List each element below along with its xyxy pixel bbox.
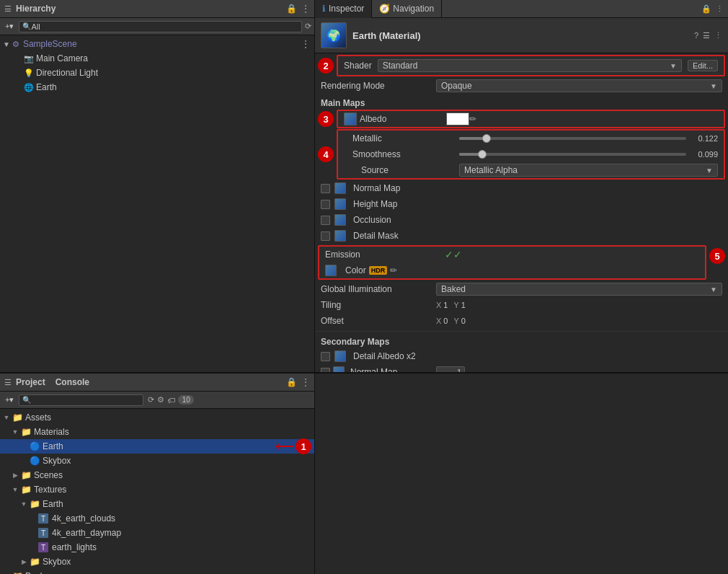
detail-mask-checkbox[interactable] <box>321 231 330 241</box>
albedo-color-swatch[interactable] <box>446 112 469 125</box>
project-tab-label[interactable]: Project <box>16 377 45 387</box>
detail-mask-row: Detail Mask <box>315 228 728 244</box>
scenes-folder-icon: 📁 <box>21 470 32 480</box>
project-menu-icon[interactable]: ⋮ <box>301 377 310 387</box>
project-tag-icon[interactable]: 🏷 <box>167 396 175 405</box>
navigation-tab-icon: 🧭 <box>379 4 390 14</box>
metallic-thumb[interactable] <box>482 134 491 143</box>
hdr-badge[interactable]: HDR <box>369 266 388 275</box>
albedo-texture-icon <box>344 112 357 125</box>
earth-material-item[interactable]: 🔵 Earth <box>0 439 314 454</box>
help-icon[interactable]: ? <box>694 31 698 40</box>
directional-light-item[interactable]: 💡 Directional Light <box>0 66 314 80</box>
rendering-mode-dropdown[interactable]: Opaque ▼ <box>436 79 722 92</box>
step2-badge: 2 <box>318 58 334 74</box>
metallic-slider-track[interactable] <box>459 137 686 140</box>
navigation-tab-label: Navigation <box>393 4 434 14</box>
earth-texture-folder[interactable]: ▼ 📁 Earth <box>0 497 314 511</box>
lock-icon-inspector[interactable]: 🔒 <box>701 4 711 14</box>
edit-button[interactable]: Edit... <box>688 60 718 71</box>
skybox-material-icon: 🔵 <box>30 456 40 466</box>
scene-menu-icon[interactable]: ⋮ <box>301 39 310 49</box>
smoothness-thumb[interactable] <box>478 150 487 159</box>
inspector-panel: ℹ Inspector 🧭 Navigation 🔒 ⋮ 🌍 Earth (Ma… <box>315 0 728 372</box>
hierarchy-search[interactable]: 🔍 <box>19 21 302 32</box>
inspector-menu-icon[interactable]: ⋮ <box>716 4 724 14</box>
lock-icon: 🔒 <box>286 4 297 14</box>
refresh-icon[interactable]: ⟳ <box>305 22 311 31</box>
emission-header-row: Emission ✓ <box>319 247 705 262</box>
project-panel: ☰ Project Console 🔒 ⋮ +▾ 🔍 ⟳ ⚙ 🏷 10 ▼ 📁 <box>0 374 315 574</box>
rendering-mode-label: Rendering Mode <box>321 81 436 91</box>
daymap-texture-item[interactable]: T 4k_earth_daymap <box>0 526 314 540</box>
detail-albedo-row: Detail Albedo x2 <box>315 348 728 364</box>
color-picker-icon[interactable]: ✏ <box>469 114 476 124</box>
scene-icon: ⚙ <box>12 40 19 49</box>
main-maps-label: Main Maps <box>321 98 365 108</box>
add-button[interactable]: +▾ <box>3 21 16 32</box>
navigation-tab[interactable]: 🧭 Navigation <box>372 0 442 18</box>
project-refresh-icon[interactable]: ⟳ <box>148 395 154 405</box>
earth-hierarchy-item[interactable]: 🌐 Earth <box>0 80 314 94</box>
smoothness-slider-track[interactable] <box>459 153 686 156</box>
inspector-tab-icon: ℹ <box>322 4 326 14</box>
earth-hierarchy-icon: 🌐 <box>24 83 34 92</box>
detail-albedo-checkbox[interactable] <box>321 352 330 361</box>
project-add-button[interactable]: +▾ <box>3 394 16 405</box>
shader-dropdown[interactable]: Standard ▼ <box>378 59 682 72</box>
inspector-tab[interactable]: ℹ Inspector <box>315 0 372 18</box>
kebab-icon[interactable]: ⋮ <box>714 31 722 40</box>
materials-folder[interactable]: ▼ 📁 Materials <box>0 425 314 439</box>
packages-folder[interactable]: ▶ 📁 Packages <box>0 569 314 574</box>
project-search-input[interactable] <box>31 396 140 405</box>
skybox-texture-folder[interactable]: ▶ 📁 Skybox <box>0 555 314 569</box>
normal-map-checkbox[interactable] <box>321 184 330 193</box>
inspector-tabs: ℹ Inspector 🧭 Navigation 🔒 ⋮ <box>315 0 728 18</box>
occlusion-checkbox[interactable] <box>321 216 330 225</box>
shader-dropdown-arrow: ▼ <box>670 62 677 70</box>
offset-label: Offset <box>321 316 436 326</box>
tiling-x-label: X <box>436 301 441 309</box>
preset-icon[interactable]: ☰ <box>703 31 710 40</box>
height-map-thumb <box>334 198 346 210</box>
earth-texture-expand: ▼ <box>20 500 27 508</box>
assets-folder-icon: 📁 <box>12 412 23 423</box>
secondary-normal-val[interactable]: 1 <box>436 366 465 372</box>
lights-texture-item[interactable]: T earth_lights <box>0 540 314 555</box>
assets-label: Assets <box>25 412 51 423</box>
project-lock-icon[interactable]: 🔒 <box>286 377 297 387</box>
secondary-maps-section: Secondary Maps <box>315 334 728 348</box>
source-dropdown[interactable]: Metallic Alpha ▼ <box>459 164 718 177</box>
hierarchy-title: Hierarchy <box>16 4 56 14</box>
project-search[interactable]: 🔍 <box>19 394 143 406</box>
clouds-texture-item[interactable]: T 4k_earth_clouds <box>0 511 314 526</box>
global-illumination-value: Baked ▼ <box>436 283 722 296</box>
assets-folder[interactable]: ▼ 📁 Assets <box>0 410 314 425</box>
scene-expand-icon[interactable]: ▼ <box>3 40 10 48</box>
scenes-folder[interactable]: ▶ 📁 Scenes <box>0 468 314 482</box>
height-map-checkbox[interactable] <box>321 200 330 209</box>
textures-folder[interactable]: ▼ 📁 Textures <box>0 482 314 497</box>
secondary-normal-thumb <box>333 366 345 372</box>
console-tab-label[interactable]: Console <box>56 377 89 387</box>
metallic-row: Metallic 0.122 <box>338 131 724 146</box>
project-toolbar: +▾ 🔍 ⟳ ⚙ 🏷 10 <box>0 392 314 409</box>
packages-label: Packages <box>25 571 63 574</box>
shader-value: Standard <box>383 61 418 71</box>
skybox-material-item[interactable]: 🔵 Skybox <box>0 454 314 468</box>
color-picker-icon2[interactable]: ✏ <box>390 265 397 275</box>
emission-label: Emission <box>325 250 440 260</box>
project-settings-icon[interactable]: ⚙ <box>157 395 164 405</box>
search-input[interactable] <box>31 22 298 31</box>
global-illumination-dropdown[interactable]: Baked ▼ <box>436 283 722 296</box>
hierarchy-panel: ☰ Hierarchy 🔒 ⋮ +▾ 🔍 ⟳ ▼ ⚙ SampleScene ⋮ <box>0 0 315 372</box>
smoothness-label: Smoothness <box>344 149 459 159</box>
materials-expand-icon: ▼ <box>12 428 19 436</box>
global-illumination-val: Baked <box>441 284 466 294</box>
offset-x-label: X <box>436 317 441 325</box>
global-illumination-row: Global Illumination Baked ▼ <box>315 281 728 297</box>
emission-checkbox[interactable]: ✓ <box>445 249 462 260</box>
packages-folder-icon: 📁 <box>12 571 23 574</box>
main-camera-item[interactable]: 📷 Main Camera <box>0 51 314 66</box>
menu-icon[interactable]: ⋮ <box>301 4 310 14</box>
